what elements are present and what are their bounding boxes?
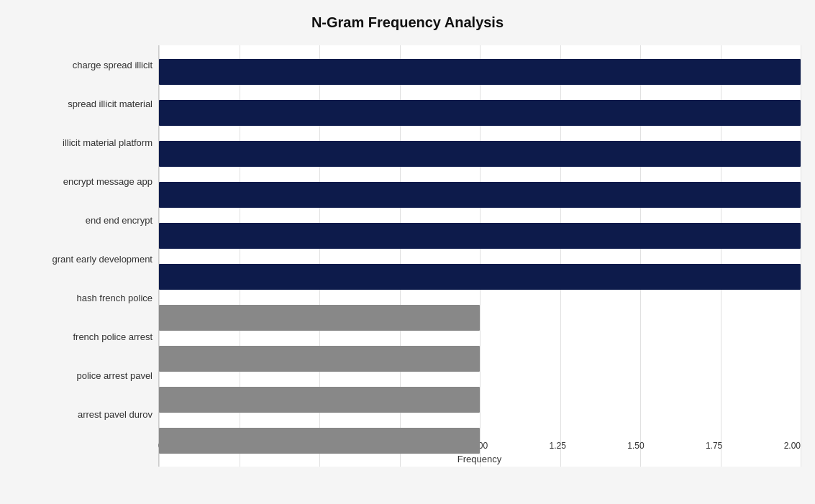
y-axis-label: hash french police xyxy=(14,279,152,318)
chart-title: N-Gram Frequency Analysis xyxy=(14,14,801,31)
bar xyxy=(159,182,801,208)
plot-wrapper: 0.000.250.500.751.001.251.501.752.00 Fre… xyxy=(158,45,801,434)
bar-row xyxy=(159,133,801,174)
bar-row xyxy=(159,338,801,379)
y-axis-label: arrest pavel durov xyxy=(14,395,152,434)
bar-row xyxy=(159,174,801,215)
chart-container: N-Gram Frequency Analysis charge spread … xyxy=(0,0,815,504)
bar xyxy=(159,305,480,331)
bar-row xyxy=(159,420,801,461)
bar xyxy=(159,428,480,454)
y-axis-label: police arrest pavel xyxy=(14,357,152,395)
y-axis-label: encrypt message app xyxy=(14,162,152,201)
bar-row xyxy=(159,379,801,420)
y-axis-label: end end encrypt xyxy=(14,201,152,239)
bar xyxy=(159,223,801,249)
bar xyxy=(159,59,801,85)
y-axis-label: grant early development xyxy=(14,239,152,278)
y-axis-label: spread illicit material xyxy=(14,84,152,123)
y-axis-label: french police arrest xyxy=(14,318,152,357)
bar-row xyxy=(159,297,801,338)
y-axis-label: charge spread illicit xyxy=(14,45,152,84)
bar xyxy=(159,264,801,290)
grid-line xyxy=(801,45,801,467)
bar-row xyxy=(159,92,801,133)
bar-row xyxy=(159,215,801,256)
y-axis-label: illicit material platform xyxy=(14,123,152,162)
bar xyxy=(159,100,801,126)
bar xyxy=(159,346,480,372)
bar-row xyxy=(159,256,801,297)
plot-area xyxy=(158,45,801,467)
y-axis: charge spread illicitspread illicit mate… xyxy=(14,45,158,434)
bar xyxy=(159,141,801,167)
bar-row xyxy=(159,51,801,92)
bar xyxy=(159,387,480,413)
